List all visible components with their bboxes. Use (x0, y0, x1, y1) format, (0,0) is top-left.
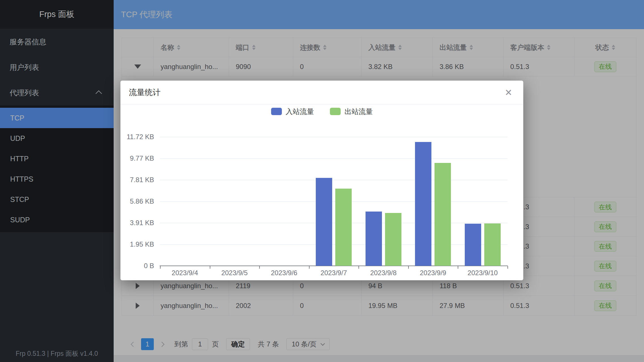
x-axis-tick (358, 266, 359, 269)
bar-group (458, 137, 507, 266)
x-axis-tick-label: 2023/9/6 (259, 269, 309, 277)
bar-group (408, 137, 458, 266)
bar (435, 163, 451, 266)
y-axis-tick-label: 0 B (120, 262, 154, 270)
bar (335, 189, 352, 266)
traffic-modal: 流量统计 × 入站流量 出站流量 0 B1.95 KB3.91 KB5.86 K… (120, 81, 523, 280)
y-axis-tick-label: 3.91 KB (120, 219, 154, 227)
x-axis-tick (259, 266, 260, 269)
y-axis-tick-label: 5.86 KB (120, 197, 154, 206)
x-axis-tick (309, 266, 310, 269)
close-icon[interactable]: × (505, 87, 512, 98)
bar (484, 223, 501, 266)
bar (366, 212, 382, 266)
x-axis-labels: 2023/9/42023/9/52023/9/62023/9/72023/9/8… (160, 269, 507, 277)
y-axis-tick-label: 9.77 KB (120, 154, 154, 163)
bar (415, 142, 431, 266)
x-axis-tick (408, 266, 409, 269)
y-axis-tick-label: 1.95 KB (120, 240, 154, 249)
x-axis-tick-label: 2023/9/8 (358, 269, 408, 277)
y-axis-tick-label: 11.72 KB (120, 133, 154, 141)
chart-legend: 入站流量 出站流量 (120, 105, 523, 117)
x-axis-tick-label: 2023/9/10 (458, 269, 507, 277)
outbound-swatch-icon (330, 108, 341, 115)
bar-group (160, 137, 210, 266)
x-axis-tick (210, 266, 210, 269)
bar-group (210, 137, 260, 266)
modal-title: 流量统计 (129, 87, 161, 98)
legend-entry-outbound[interactable]: 出站流量 (330, 107, 373, 116)
x-axis-tick-label: 2023/9/5 (210, 269, 260, 277)
bar (385, 213, 401, 266)
inbound-swatch-icon (271, 108, 282, 115)
chart-plot (160, 137, 507, 266)
x-axis-tick-label: 2023/9/9 (408, 269, 458, 277)
x-axis-tick (507, 266, 508, 269)
bar-group (358, 137, 408, 266)
bar-group (309, 137, 359, 266)
x-axis-tick (458, 266, 458, 269)
x-axis-tick (160, 266, 161, 269)
bar (316, 178, 332, 266)
modal-header: 流量统计 × (120, 81, 523, 104)
x-axis-tick-label: 2023/9/4 (160, 269, 210, 277)
legend-entry-inbound[interactable]: 入站流量 (271, 107, 314, 116)
x-axis-tick-label: 2023/9/7 (309, 269, 359, 277)
bar-group (259, 137, 309, 266)
bar (465, 224, 481, 266)
y-axis-tick-label: 7.81 KB (120, 176, 154, 184)
